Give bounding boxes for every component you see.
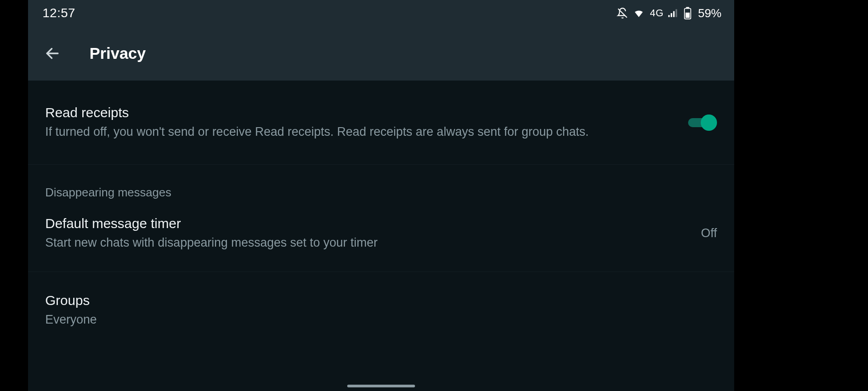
svg-rect-6 <box>686 7 689 9</box>
home-indicator[interactable] <box>347 385 415 387</box>
row-text: Groups Everyone <box>45 293 717 328</box>
read-receipts-sub: If turned off, you won't send or receive… <box>45 124 670 140</box>
arrow-left-icon <box>44 45 61 62</box>
status-right: 4G 59% <box>617 6 722 20</box>
network-type-label: 4G <box>650 7 664 19</box>
toggle-thumb <box>701 114 717 131</box>
wifi-icon <box>633 7 645 19</box>
read-receipts-title: Read receipts <box>45 105 670 120</box>
row-groups[interactable]: Groups Everyone <box>28 272 734 344</box>
row-text: Default message timer Start new chats wi… <box>45 216 683 251</box>
status-time: 12:57 <box>42 6 75 20</box>
svg-rect-2 <box>671 13 672 17</box>
default-timer-title: Default message timer <box>45 216 683 231</box>
app-bar: Privacy <box>28 26 734 81</box>
groups-title: Groups <box>45 293 717 308</box>
status-bar: 12:57 4G <box>28 0 734 26</box>
svg-rect-7 <box>685 13 689 18</box>
battery-percent: 59% <box>698 6 722 20</box>
back-button[interactable] <box>42 43 62 63</box>
svg-rect-1 <box>668 15 670 17</box>
row-text: Read receipts If turned off, you won't s… <box>45 105 670 140</box>
default-timer-sub: Start new chats with disappearing messag… <box>45 235 683 251</box>
svg-rect-4 <box>675 9 677 17</box>
svg-rect-3 <box>673 11 675 17</box>
page-title: Privacy <box>90 44 146 62</box>
groups-sub: Everyone <box>45 312 717 328</box>
row-read-receipts[interactable]: Read receipts If turned off, you won't s… <box>28 81 734 165</box>
battery-icon <box>684 7 692 19</box>
default-timer-value: Off <box>701 226 717 240</box>
content: Read receipts If turned off, you won't s… <box>28 81 734 391</box>
notifications-off-icon <box>617 7 628 19</box>
section-disappearing-messages: Disappearing messages <box>28 165 734 203</box>
signal-icon <box>667 7 679 19</box>
read-receipts-toggle[interactable] <box>688 114 717 132</box>
phone-screen: 12:57 4G <box>28 0 734 391</box>
row-default-message-timer[interactable]: Default message timer Start new chats wi… <box>28 203 734 272</box>
